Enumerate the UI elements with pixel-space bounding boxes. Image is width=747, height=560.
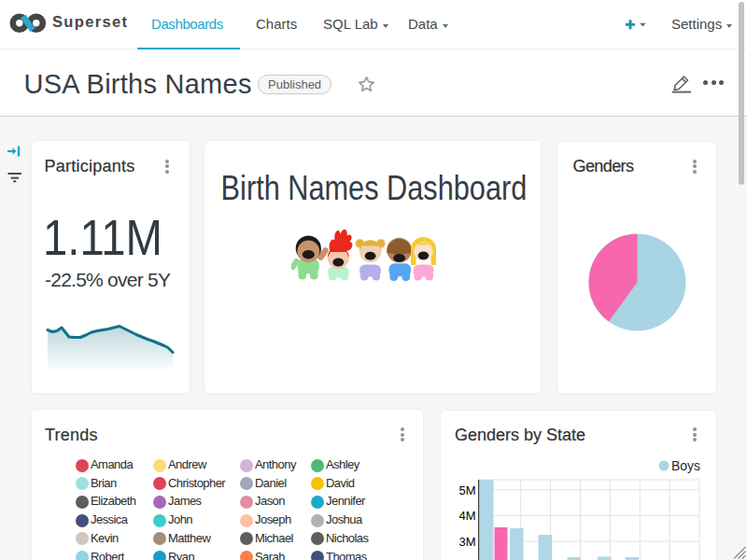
svg-text:5M: 5M [458, 483, 475, 497]
svg-text:Boys: Boys [671, 458, 700, 473]
svg-text:3M: 3M [458, 535, 475, 549]
svg-text:4M: 4M [458, 509, 475, 523]
